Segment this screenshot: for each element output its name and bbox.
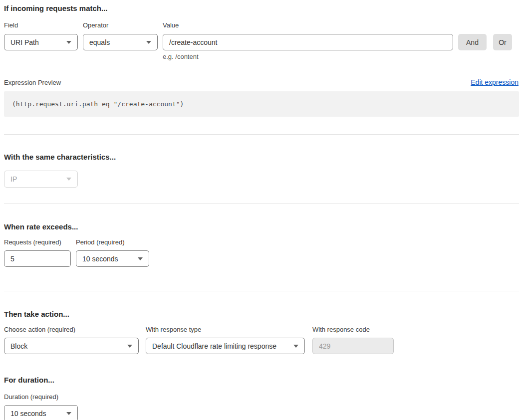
operator-dropdown-value: equals xyxy=(89,38,110,46)
operator-dropdown[interactable]: equals xyxy=(83,34,158,50)
value-hint: e.g. /content xyxy=(163,53,453,61)
value-column: Value e.g. /content xyxy=(163,21,453,61)
chevron-down-icon xyxy=(127,345,132,348)
section-divider xyxy=(4,291,519,291)
expression-preview-label: Expression Preview xyxy=(4,79,61,87)
operator-label: Operator xyxy=(83,21,158,29)
chevron-down-icon xyxy=(66,41,71,44)
action-dropdown-value: Block xyxy=(10,342,27,350)
response-type-label: With response type xyxy=(146,326,305,334)
chevron-down-icon xyxy=(293,345,298,348)
requests-label: Requests (required) xyxy=(4,238,71,246)
chevron-down-icon xyxy=(138,257,143,260)
response-type-column: With response type Default Cloudflare ra… xyxy=(146,326,305,354)
section-divider xyxy=(4,204,519,204)
duration-dropdown-value: 10 seconds xyxy=(10,410,46,418)
action-label: Choose action (required) xyxy=(4,326,139,334)
period-label: Period (required) xyxy=(76,238,149,246)
or-button[interactable]: Or xyxy=(493,34,512,50)
value-input[interactable] xyxy=(163,34,453,50)
action-fields-row: Choose action (required) Block With resp… xyxy=(4,326,519,354)
characteristic-dropdown: IP xyxy=(4,171,78,188)
chevron-down-icon xyxy=(66,178,71,181)
rate-section-title: When rate exceeds... xyxy=(4,222,519,231)
period-column: Period (required) 10 seconds xyxy=(76,238,149,267)
duration-dropdown[interactable]: 10 seconds xyxy=(4,405,78,420)
section-divider xyxy=(4,134,519,135)
chevron-down-icon xyxy=(66,412,71,415)
field-dropdown[interactable]: URI Path xyxy=(4,34,78,50)
expression-preview-code: (http.request.uri.path eq "/create-accou… xyxy=(4,91,519,117)
duration-section-title: For duration... xyxy=(4,376,519,385)
match-section-title: If incoming requests match... xyxy=(4,4,519,13)
period-dropdown[interactable]: 10 seconds xyxy=(76,250,149,267)
action-dropdown[interactable]: Block xyxy=(4,338,139,354)
field-label: Field xyxy=(4,21,78,29)
characteristic-dropdown-value: IP xyxy=(10,175,17,183)
operator-column: Operator equals xyxy=(83,21,158,50)
duration-label: Duration (required) xyxy=(4,393,519,401)
characteristics-section-title: With the same characteristics... xyxy=(4,153,519,162)
field-column: Field URI Path xyxy=(4,21,78,50)
requests-input[interactable] xyxy=(4,250,71,267)
rate-limiting-rule-form: If incoming requests match... Field URI … xyxy=(0,0,523,420)
and-button[interactable]: And xyxy=(458,34,487,50)
response-type-dropdown-value: Default Cloudflare rate limiting respons… xyxy=(152,342,276,350)
value-label: Value xyxy=(163,21,453,29)
action-section-title: Then take action... xyxy=(4,310,519,319)
rate-fields-row: Requests (required) Period (required) 10… xyxy=(4,238,519,267)
response-type-dropdown[interactable]: Default Cloudflare rate limiting respons… xyxy=(146,338,305,354)
field-dropdown-value: URI Path xyxy=(10,38,39,46)
period-dropdown-value: 10 seconds xyxy=(82,255,118,263)
match-fields-row: Field URI Path Operator equals Value e.g… xyxy=(4,21,519,61)
requests-column: Requests (required) xyxy=(4,238,71,267)
response-code-label: With response code xyxy=(312,326,394,334)
chevron-down-icon xyxy=(146,41,151,44)
edit-expression-link[interactable]: Edit expression xyxy=(471,78,519,86)
response-code-column: With response code xyxy=(312,326,394,354)
action-column: Choose action (required) Block xyxy=(4,326,139,354)
duration-field: Duration (required) 10 seconds xyxy=(4,393,519,420)
response-code-input xyxy=(312,338,394,354)
expression-preview-header: Expression Preview Edit expression xyxy=(4,78,519,87)
